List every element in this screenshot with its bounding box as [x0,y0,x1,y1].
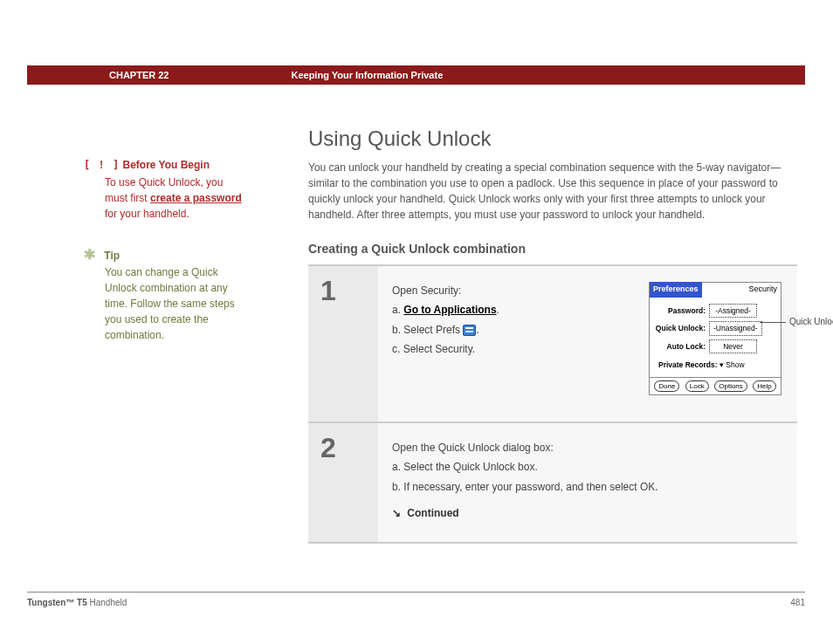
asterisk-icon: ✱ [84,246,101,263]
hs-title-left: Preferences [650,282,702,297]
main-content: Using Quick Unlock You can unlock your h… [308,127,797,544]
step-row-1: 1 Open Security: a. Go to Applications. … [308,266,797,423]
chapter-label: CHAPTER 22 [109,70,169,80]
hs-private-value: Show [726,360,744,369]
section-heading: Creating a Quick Unlock combination [308,242,797,256]
step1-a-prefix: a. [392,304,403,316]
hs-body: Password: -Assigned- Quick Unlock: -Unas… [650,297,781,377]
hs-done-button: Done [654,380,679,392]
create-password-link[interactable]: create a password [150,192,242,204]
hs-quick-label: Quick Unlock: [655,322,709,334]
hs-quick-value: -Unassigned- [709,321,762,335]
step1-a: a. Go to Applications. [392,301,623,319]
step-number: 1 [320,275,366,307]
before-begin-heading-text: Before You Begin [122,159,210,171]
hs-password-label: Password: [655,305,709,317]
go-to-applications-link[interactable]: Go to Applications [403,304,496,316]
alert-icon: [ ! ] [84,159,120,171]
page-footer: Tungsten™ T5 Handheld 481 [27,592,805,607]
step-row-2: 2 Open the Quick Unlock dialog box: a. S… [308,423,797,544]
product-rest: Handheld [87,598,127,607]
hs-lock-button: Lock [685,380,709,392]
step1-b-suffix: . [476,324,478,336]
hs-row-password: Password: -Assigned- [655,304,775,318]
before-text-2: for your handheld. [105,208,189,220]
step1-c: c. Select Security. [392,340,623,358]
product-bold: Tungsten™ T5 [27,598,87,607]
handheld-preferences-screenshot: Preferences Security Password: -Assigned… [649,282,781,395]
step1-b: b. Select Prefs . [392,321,623,339]
step2-b: b. If necessary, enter your password, an… [392,478,783,496]
hs-private-records: Private Records: ▾ Show [658,359,775,371]
tip-block: ✱ Tip You can change a Quick Unlock comb… [84,246,245,343]
prefs-icon [463,325,476,336]
hs-title-right: Security [702,283,781,296]
tip-heading: Tip [104,250,120,262]
chapter-title: Keeping Your Information Private [291,70,443,80]
product-name: Tungsten™ T5 Handheld [27,598,127,607]
step1-a-suffix: . [497,304,499,316]
step2-a: a. Select the Quick Unlock box. [392,458,783,476]
step1-lead: Open Security: [392,282,623,299]
continued-text: Continued [407,507,458,519]
tip-body: You can change a Quick Unlock combinatio… [105,264,245,343]
hs-auto-label: Auto Lock: [655,340,709,353]
before-begin-body: To use Quick Unlock, you must first crea… [105,175,245,222]
hs-help-button: Help [753,380,775,392]
hs-row-quickunlock: Quick Unlock: -Unassigned- [655,321,775,335]
tip-heading-row: ✱ Tip [84,246,245,263]
hs-password-value: -Assigned- [709,304,757,318]
continued-indicator: ↘ Continued [392,504,783,522]
step-number: 2 [320,432,366,464]
step-number-cell: 2 [308,423,378,542]
continued-arrow-icon: ↘ [392,507,401,519]
step-number-cell: 1 [308,266,378,421]
step-body: Open Security: a. Go to Applications. b.… [378,266,797,421]
hs-private-dropdown: ▾ Show [719,360,745,369]
before-you-begin: [ ! ] Before You Begin To use Quick Unlo… [84,159,245,222]
hs-private-label: Private Records: [658,360,718,369]
steps-table: 1 Open Security: a. Go to Applications. … [308,264,797,544]
header-bar: CHAPTER 22 Keeping Your Information Priv… [27,65,805,85]
sidebar: [ ! ] Before You Begin To use Quick Unlo… [84,159,245,343]
hs-auto-value: Never [709,339,757,353]
page-number: 481 [790,598,805,607]
step1-b-text: b. Select Prefs [392,324,463,336]
hs-row-autolock: Auto Lock: Never [655,339,775,353]
hs-titlebar: Preferences Security [650,283,781,297]
hs-button-row: Done Lock Options Help [650,377,781,394]
intro-paragraph: You can unlock your handheld by creating… [308,160,797,223]
step-body: Open the Quick Unlock dialog box: a. Sel… [378,423,797,542]
callout-line [760,322,786,323]
hs-options-button: Options [714,380,747,392]
callout-text: Quick Unlock box [789,314,833,329]
before-begin-heading: [ ! ] Before You Begin [84,159,245,171]
step2-lead: Open the Quick Unlock dialog box: [392,439,783,456]
page-title: Using Quick Unlock [308,127,797,151]
